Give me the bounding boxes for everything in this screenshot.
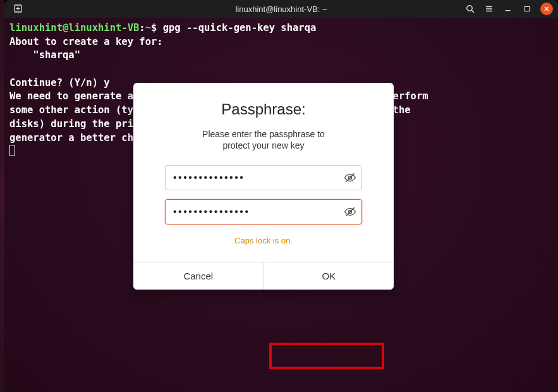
maximize-button[interactable]: [521, 3, 533, 15]
passphrase-dialog: Passphrase: Please enter the passphrase …: [133, 83, 394, 290]
minimize-button[interactable]: [502, 3, 514, 15]
terminal-line: Continue? (Y/n) y: [9, 77, 110, 89]
passphrase-input[interactable]: [165, 165, 362, 190]
svg-line-4: [471, 10, 474, 13]
desktop-edge: [0, 0, 4, 392]
close-button[interactable]: [540, 3, 553, 15]
terminal-window: linuxhint@linuxhint-VB: ~: [4, 0, 558, 392]
new-tab-icon[interactable]: [13, 4, 23, 14]
window-title: linuxhint@linuxhint-VB: ~: [235, 4, 327, 14]
command-text: gpg --quick-gen-key sharqa: [163, 22, 317, 34]
prompt-path: ~: [145, 22, 151, 34]
svg-point-3: [467, 6, 472, 11]
hamburger-menu-icon[interactable]: [483, 3, 495, 15]
caps-lock-warning: Caps lock is on.: [234, 236, 293, 245]
ok-button[interactable]: OK: [264, 262, 394, 290]
dialog-subtitle: Please enter the passphrase to protect y…: [202, 128, 325, 151]
search-icon[interactable]: [464, 3, 476, 15]
terminal-line: About to create a key for:: [9, 36, 163, 47]
passphrase-confirm-input[interactable]: [165, 199, 362, 224]
terminal-line: "sharqa": [9, 49, 80, 61]
titlebar: linuxhint@linuxhint-VB: ~: [4, 0, 558, 18]
dialog-title: Passphrase:: [221, 101, 305, 118]
terminal-cursor: [9, 145, 15, 156]
cancel-button[interactable]: Cancel: [133, 262, 264, 290]
svg-rect-9: [525, 6, 529, 11]
eye-hide-icon[interactable]: [343, 205, 357, 219]
prompt-user: linuxhint@linuxhint-VB: [9, 22, 139, 34]
eye-hide-icon[interactable]: [343, 171, 357, 185]
ok-highlight-box: [269, 343, 384, 369]
